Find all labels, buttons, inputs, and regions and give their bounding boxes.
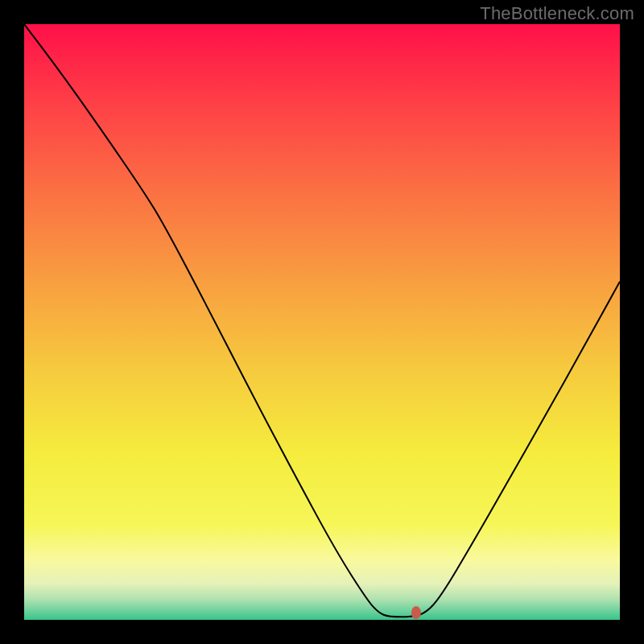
gradient-background: [24, 24, 620, 620]
optimal-point-marker: [411, 606, 421, 619]
watermark-text: TheBottleneck.com: [480, 3, 634, 24]
plot-svg: [24, 24, 620, 620]
chart-container: TheBottleneck.com: [0, 0, 644, 644]
plot-area: [24, 24, 620, 620]
